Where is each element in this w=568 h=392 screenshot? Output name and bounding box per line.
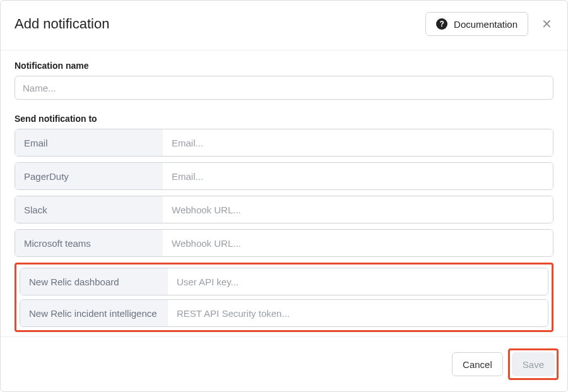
notification-name-section: Notification name	[15, 61, 553, 100]
notification-name-label: Notification name	[15, 61, 553, 71]
channel-row-slack: Slack	[15, 196, 553, 223]
question-circle-icon: ?	[436, 18, 447, 30]
highlighted-channels: New Relic dashboard New Relic incident i…	[15, 263, 553, 332]
close-button[interactable]: ✕	[540, 17, 553, 31]
notification-name-input[interactable]	[15, 76, 553, 100]
channel-label: PagerDuty	[15, 163, 163, 189]
channel-input-microsoft-teams[interactable]	[163, 230, 553, 256]
channel-label: Email	[15, 129, 163, 156]
documentation-button-label: Documentation	[454, 19, 518, 30]
save-button[interactable]: Save	[512, 352, 555, 376]
send-notification-section: Send notification to Email PagerDuty Sla…	[15, 114, 553, 332]
channel-input-newrelic-dashboard[interactable]	[168, 268, 548, 295]
channel-input-slack[interactable]	[163, 196, 553, 223]
add-notification-modal: Add notification ? Documentation ✕ Notif…	[0, 0, 568, 392]
channel-input-email[interactable]	[163, 129, 553, 156]
close-icon: ✕	[541, 18, 552, 30]
header-actions: ? Documentation ✕	[425, 12, 553, 36]
channel-row-newrelic-incident: New Relic incident intelligence	[20, 299, 548, 327]
modal-footer: Cancel Save	[1, 336, 567, 391]
channel-row-email: Email	[15, 129, 553, 157]
modal-header: Add notification ? Documentation ✕	[1, 1, 567, 50]
channel-label: Microsoft teams	[15, 230, 163, 256]
documentation-button[interactable]: ? Documentation	[425, 12, 528, 36]
save-button-highlight: Save	[508, 348, 559, 380]
modal-body: Notification name Send notification to E…	[1, 50, 567, 336]
channel-label: New Relic dashboard	[20, 268, 168, 295]
channel-row-pagerduty: PagerDuty	[15, 162, 553, 190]
channel-label: Slack	[15, 196, 163, 223]
cancel-button[interactable]: Cancel	[452, 352, 503, 376]
channel-row-newrelic-dashboard: New Relic dashboard	[20, 268, 548, 295]
send-notification-label: Send notification to	[15, 114, 553, 124]
channel-input-newrelic-incident[interactable]	[168, 300, 548, 326]
channel-input-pagerduty[interactable]	[163, 163, 553, 189]
channel-label: New Relic incident intelligence	[20, 300, 168, 326]
channel-row-microsoft-teams: Microsoft teams	[15, 229, 553, 257]
modal-title: Add notification	[15, 16, 109, 32]
channel-list: Email PagerDuty Slack	[15, 129, 553, 332]
